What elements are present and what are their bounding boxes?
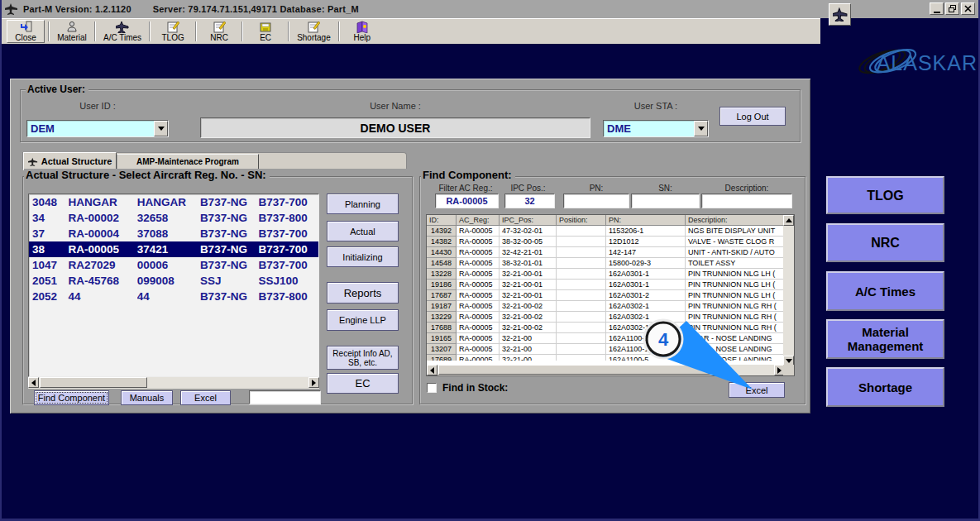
aircraft-cell: RA-00005 bbox=[68, 243, 136, 256]
aircraft-row[interactable]: 34RA-0000232658B737-NGB737-800 bbox=[29, 210, 318, 226]
restore-button[interactable] bbox=[945, 2, 959, 15]
table-row[interactable]: 13207RA-0000532-21-00162A1100-13GEAR - N… bbox=[427, 344, 785, 355]
toolbar-nrc-button[interactable]: NRC bbox=[200, 20, 238, 43]
sidenav-actimes-button[interactable]: A/C Times bbox=[826, 271, 944, 311]
table-row[interactable]: 19187RA-0000532-21-00-02162A0302-1PIN TR… bbox=[427, 301, 785, 312]
scroll-left-arrow[interactable] bbox=[427, 365, 437, 375]
find-component-button[interactable]: Find Component bbox=[34, 390, 109, 405]
table-row[interactable]: 14548RA-0000538-32-01-0115800-029-3TOILE… bbox=[427, 258, 785, 269]
airplane-quick-button[interactable] bbox=[829, 3, 851, 26]
table-row[interactable]: 14382RA-0000538-32-00-0512D1012VALVE - W… bbox=[427, 237, 785, 247]
scroll-thumb[interactable] bbox=[40, 377, 147, 388]
toolbar-separator bbox=[149, 22, 151, 41]
table-cell bbox=[557, 344, 606, 355]
filter-ipc-pos-input[interactable]: 32 bbox=[504, 194, 555, 208]
table-vscrollbar[interactable] bbox=[783, 215, 794, 366]
filter-description-input[interactable] bbox=[701, 194, 792, 208]
chevron-down-icon[interactable] bbox=[154, 121, 168, 136]
scroll-left-arrow[interactable] bbox=[28, 377, 39, 388]
minimize-button[interactable] bbox=[930, 2, 944, 15]
sidenav-tlog-button[interactable]: TLOG bbox=[826, 176, 944, 214]
table-row[interactable]: 14430RA-0000532-42-21-01142-147UNIT - AN… bbox=[427, 247, 785, 258]
aircraft-cell: 44 bbox=[68, 290, 136, 303]
sidenav-shortage-button[interactable]: Shortage bbox=[826, 367, 944, 407]
excel-left-button[interactable]: Excel bbox=[180, 390, 231, 405]
filter-ac-reg-label: Filter AC Reg.: bbox=[428, 184, 503, 193]
table-header-cell[interactable]: AC_Reg: bbox=[457, 215, 500, 226]
table-header-cell[interactable]: Description: bbox=[686, 215, 785, 226]
aircraft-row[interactable]: 20524444B737-NGB737-800 bbox=[29, 289, 318, 304]
table-header-row[interactable]: ID:AC_Reg:IPC_Pos:Position:PN:Descriptio… bbox=[427, 215, 794, 226]
table-cell: 32-21-00-02 bbox=[500, 301, 557, 312]
sidenav-nrc-button[interactable]: NRC bbox=[826, 223, 944, 262]
manuals-button[interactable]: Manuals bbox=[121, 390, 173, 405]
reports-button[interactable]: Reports bbox=[327, 282, 399, 304]
logout-button[interactable]: Log Out bbox=[719, 107, 786, 126]
scroll-right-arrow[interactable] bbox=[308, 377, 319, 388]
filter-ac-reg-input[interactable]: RA-00005 bbox=[435, 194, 499, 208]
table-body[interactable]: 14392RA-0000547-32-02-011153206-1NGS BIT… bbox=[427, 226, 785, 361]
user-id-label: User ID : bbox=[26, 101, 169, 111]
table-row[interactable]: 13229RA-0000532-21-00-02162A0302-1PIN TR… bbox=[427, 312, 785, 323]
aircraft-footer-field[interactable] bbox=[249, 390, 321, 404]
table-row[interactable]: 17689RA-0000532-21-00162A1100-5GEAR - NO… bbox=[427, 355, 785, 361]
table-cell: PIN TRUNNION NLG LH ( bbox=[686, 269, 785, 280]
toolbar-separator bbox=[241, 22, 243, 41]
main-panel: Active User: User ID : DEM User Name : D… bbox=[10, 79, 810, 413]
table-header-cell[interactable]: Position: bbox=[557, 215, 606, 226]
table-row[interactable]: 17688RA-0000532-21-00-02162A0302-1PIN TR… bbox=[427, 323, 785, 333]
planning-button[interactable]: Planning bbox=[327, 194, 399, 214]
table-cell: 19187 bbox=[427, 301, 457, 312]
actual-button[interactable]: Actual bbox=[327, 221, 399, 241]
filter-sn-input[interactable] bbox=[631, 194, 700, 208]
toolbar-separator bbox=[338, 22, 340, 41]
scroll-thumb[interactable] bbox=[438, 365, 728, 375]
table-row[interactable]: 14392RA-0000547-32-02-011153206-1NGS BIT… bbox=[427, 226, 785, 237]
chevron-down-icon[interactable] bbox=[694, 121, 708, 136]
find-in-stock-checkbox[interactable] bbox=[427, 383, 437, 393]
aircraft-hscrollbar[interactable] bbox=[28, 377, 319, 389]
sidenav-material-management-button[interactable]: Material Management bbox=[826, 319, 944, 359]
table-hscrollbar[interactable] bbox=[427, 365, 785, 375]
aircraft-row[interactable]: 37RA-0000437088B737-NGB737-700 bbox=[29, 226, 318, 241]
table-row[interactable]: 13228RA-0000532-21-00-01162A0301-1PIN TR… bbox=[427, 269, 785, 280]
initializing-button[interactable]: Initializing bbox=[327, 246, 399, 267]
close-window-button[interactable] bbox=[961, 2, 975, 15]
user-id-combobox[interactable]: DEM bbox=[26, 120, 169, 137]
table-row[interactable]: 19165RA-0000532-21-00162A1100-1GEAR - NO… bbox=[427, 333, 785, 344]
table-header-cell[interactable]: ID: bbox=[427, 215, 457, 226]
aircraft-cell: 38 bbox=[32, 243, 68, 256]
table-cell: 32-21-00-02 bbox=[500, 323, 557, 333]
toolbar-shortage-button[interactable]: Shortage bbox=[293, 20, 335, 43]
table-header-cell[interactable]: PN: bbox=[606, 215, 686, 226]
toolbar-ec-button[interactable]: EC bbox=[246, 20, 284, 43]
toolbar-separator bbox=[48, 22, 50, 41]
ec-button[interactable]: EC bbox=[327, 373, 399, 394]
filter-pn-input[interactable] bbox=[563, 194, 629, 208]
receipt-info-button[interactable]: Receipt Info AD, SB, etc. bbox=[327, 346, 399, 370]
table-cell: 162A0302-1 bbox=[606, 323, 686, 333]
aircraft-row[interactable]: 2051RA-45768099008SSJSSJ100 bbox=[29, 273, 318, 289]
toolbar-actimes-button[interactable]: A/C Times bbox=[99, 20, 146, 43]
table-header-cell[interactable]: IPC_Pos: bbox=[500, 215, 557, 226]
table-cell: 32-21-00 bbox=[500, 344, 557, 355]
aircraft-row[interactable]: 3048HANGARHANGARB737-NGB737-700 bbox=[29, 194, 318, 210]
table-cell: PIN TRUNNION NLG LH ( bbox=[686, 280, 785, 290]
engine-llp-button[interactable]: Engine LLP bbox=[327, 309, 399, 331]
toolbar-help-button[interactable]: Help bbox=[343, 20, 381, 43]
scroll-up-arrow[interactable] bbox=[783, 215, 794, 226]
table-row[interactable]: 19186RA-0000532-21-00-01162A0301-1PIN TR… bbox=[427, 280, 785, 290]
table-row[interactable]: 17687RA-0000532-21-00-01162A0301-2PIN TR… bbox=[427, 290, 785, 301]
table-cell bbox=[557, 301, 606, 312]
toolbar-close-button[interactable]: Close bbox=[7, 20, 45, 43]
tab-amp-maintenance-program[interactable]: AMP-Maintenace Program bbox=[117, 154, 259, 170]
aircraft-row[interactable]: 38RA-0000537421B737-NGB737-700 bbox=[29, 241, 318, 257]
toolbar-material-button[interactable]: Material bbox=[53, 20, 91, 43]
user-sta-combobox[interactable]: DME bbox=[603, 120, 709, 137]
tab-actual-structure[interactable]: Actual Structure bbox=[23, 152, 117, 170]
aircraft-row[interactable]: 1047RA2702900006B737-NGB737-700 bbox=[29, 257, 318, 273]
aircraft-listbox[interactable]: 3048HANGARHANGARB737-NGB737-70034RA-0000… bbox=[28, 194, 319, 377]
toolbar-tlog-button[interactable]: TLOG bbox=[154, 20, 192, 43]
table-cell: TOILET ASSY bbox=[686, 258, 785, 269]
excel-export-button[interactable]: Excel bbox=[729, 382, 785, 398]
